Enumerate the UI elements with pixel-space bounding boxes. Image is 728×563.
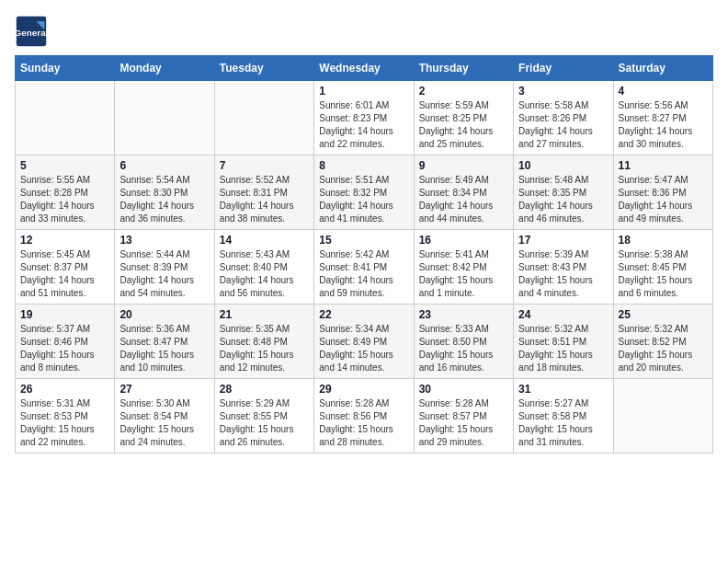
calendar-cell: 5Sunrise: 5:55 AM Sunset: 8:28 PM Daylig… xyxy=(16,155,115,230)
calendar-week-row: 5Sunrise: 5:55 AM Sunset: 8:28 PM Daylig… xyxy=(16,155,713,230)
day-info: Sunrise: 5:29 AM Sunset: 8:55 PM Dayligh… xyxy=(220,397,309,449)
day-info: Sunrise: 5:33 AM Sunset: 8:50 PM Dayligh… xyxy=(419,323,508,374)
day-info: Sunrise: 5:48 AM Sunset: 8:35 PM Dayligh… xyxy=(518,174,608,225)
day-info: Sunrise: 5:58 AM Sunset: 8:26 PM Dayligh… xyxy=(518,99,608,151)
calendar-table: SundayMondayTuesdayWednesdayThursdayFrid… xyxy=(15,55,713,454)
day-number: 25 xyxy=(619,308,708,321)
day-info: Sunrise: 5:51 AM Sunset: 8:32 PM Dayligh… xyxy=(319,174,408,225)
day-number: 4 xyxy=(619,85,708,98)
day-info: Sunrise: 5:41 AM Sunset: 8:42 PM Dayligh… xyxy=(419,248,508,300)
day-number: 26 xyxy=(20,383,109,396)
day-number: 24 xyxy=(518,308,608,321)
calendar-cell: 29Sunrise: 5:28 AM Sunset: 8:56 PM Dayli… xyxy=(314,379,414,454)
weekday-header: Sunday xyxy=(16,56,115,81)
calendar-cell: 10Sunrise: 5:48 AM Sunset: 8:35 PM Dayli… xyxy=(514,155,613,230)
day-info: Sunrise: 5:31 AM Sunset: 8:53 PM Dayligh… xyxy=(20,397,109,449)
calendar-cell: 12Sunrise: 5:45 AM Sunset: 8:37 PM Dayli… xyxy=(16,230,115,304)
day-info: Sunrise: 5:55 AM Sunset: 8:28 PM Dayligh… xyxy=(20,174,109,225)
day-number: 7 xyxy=(220,159,309,172)
calendar-cell: 23Sunrise: 5:33 AM Sunset: 8:50 PM Dayli… xyxy=(414,304,513,379)
day-number: 3 xyxy=(518,85,608,98)
day-number: 10 xyxy=(518,159,608,172)
day-number: 20 xyxy=(119,308,209,321)
calendar-cell: 31Sunrise: 5:27 AM Sunset: 8:58 PM Dayli… xyxy=(514,379,613,454)
day-number: 27 xyxy=(119,383,209,396)
day-info: Sunrise: 5:32 AM Sunset: 8:52 PM Dayligh… xyxy=(619,323,708,374)
day-info: Sunrise: 5:56 AM Sunset: 8:27 PM Dayligh… xyxy=(619,99,708,151)
logo: General xyxy=(15,15,51,48)
calendar-week-row: 12Sunrise: 5:45 AM Sunset: 8:37 PM Dayli… xyxy=(16,230,713,304)
calendar-cell: 2Sunrise: 5:59 AM Sunset: 8:25 PM Daylig… xyxy=(414,81,513,155)
calendar-week-row: 26Sunrise: 5:31 AM Sunset: 8:53 PM Dayli… xyxy=(16,379,713,454)
calendar-cell: 7Sunrise: 5:52 AM Sunset: 8:31 PM Daylig… xyxy=(214,155,313,230)
calendar-cell xyxy=(613,379,712,454)
day-info: Sunrise: 5:59 AM Sunset: 8:25 PM Dayligh… xyxy=(419,99,508,151)
day-number: 30 xyxy=(419,383,508,396)
calendar-cell: 20Sunrise: 5:36 AM Sunset: 8:47 PM Dayli… xyxy=(115,304,214,379)
calendar-week-row: 19Sunrise: 5:37 AM Sunset: 8:46 PM Dayli… xyxy=(16,304,713,379)
calendar-body: 1Sunrise: 6:01 AM Sunset: 8:23 PM Daylig… xyxy=(16,81,713,454)
day-number: 8 xyxy=(319,159,408,172)
day-number: 21 xyxy=(220,308,309,321)
day-number: 2 xyxy=(419,85,508,98)
day-info: Sunrise: 5:52 AM Sunset: 8:31 PM Dayligh… xyxy=(220,174,309,225)
calendar-cell: 30Sunrise: 5:28 AM Sunset: 8:57 PM Dayli… xyxy=(414,379,513,454)
day-info: Sunrise: 5:42 AM Sunset: 8:41 PM Dayligh… xyxy=(319,248,408,300)
calendar-cell: 16Sunrise: 5:41 AM Sunset: 8:42 PM Dayli… xyxy=(414,230,513,304)
day-number: 28 xyxy=(220,383,309,396)
calendar-cell: 19Sunrise: 5:37 AM Sunset: 8:46 PM Dayli… xyxy=(16,304,115,379)
day-number: 18 xyxy=(619,234,708,247)
day-number: 16 xyxy=(419,234,508,247)
calendar-cell: 11Sunrise: 5:47 AM Sunset: 8:36 PM Dayli… xyxy=(613,155,712,230)
day-info: Sunrise: 5:49 AM Sunset: 8:34 PM Dayligh… xyxy=(419,174,508,225)
calendar-cell: 6Sunrise: 5:54 AM Sunset: 8:30 PM Daylig… xyxy=(115,155,214,230)
day-number: 13 xyxy=(119,234,209,247)
calendar-cell: 1Sunrise: 6:01 AM Sunset: 8:23 PM Daylig… xyxy=(314,81,414,155)
day-number: 23 xyxy=(419,308,508,321)
calendar-cell: 26Sunrise: 5:31 AM Sunset: 8:53 PM Dayli… xyxy=(16,379,115,454)
calendar-cell: 25Sunrise: 5:32 AM Sunset: 8:52 PM Dayli… xyxy=(613,304,712,379)
day-info: Sunrise: 5:38 AM Sunset: 8:45 PM Dayligh… xyxy=(619,248,708,300)
calendar-cell xyxy=(214,81,313,155)
calendar-cell: 8Sunrise: 5:51 AM Sunset: 8:32 PM Daylig… xyxy=(314,155,414,230)
day-number: 5 xyxy=(20,159,109,172)
day-number: 9 xyxy=(419,159,508,172)
day-info: Sunrise: 5:44 AM Sunset: 8:39 PM Dayligh… xyxy=(119,248,209,300)
day-info: Sunrise: 5:27 AM Sunset: 8:58 PM Dayligh… xyxy=(518,397,608,449)
day-number: 11 xyxy=(619,159,708,172)
day-info: Sunrise: 5:37 AM Sunset: 8:46 PM Dayligh… xyxy=(20,323,109,374)
day-info: Sunrise: 5:34 AM Sunset: 8:49 PM Dayligh… xyxy=(319,323,408,374)
day-info: Sunrise: 5:43 AM Sunset: 8:40 PM Dayligh… xyxy=(220,248,309,300)
day-number: 6 xyxy=(119,159,209,172)
calendar-cell: 22Sunrise: 5:34 AM Sunset: 8:49 PM Dayli… xyxy=(314,304,414,379)
weekday-header: Friday xyxy=(514,56,613,81)
calendar-cell: 9Sunrise: 5:49 AM Sunset: 8:34 PM Daylig… xyxy=(414,155,513,230)
calendar-cell: 24Sunrise: 5:32 AM Sunset: 8:51 PM Dayli… xyxy=(514,304,613,379)
weekday-header: Tuesday xyxy=(214,56,313,81)
calendar-header: SundayMondayTuesdayWednesdayThursdayFrid… xyxy=(16,56,713,81)
day-info: Sunrise: 5:47 AM Sunset: 8:36 PM Dayligh… xyxy=(619,174,708,225)
calendar-cell: 18Sunrise: 5:38 AM Sunset: 8:45 PM Dayli… xyxy=(613,230,712,304)
calendar-cell: 21Sunrise: 5:35 AM Sunset: 8:48 PM Dayli… xyxy=(214,304,313,379)
calendar-cell: 15Sunrise: 5:42 AM Sunset: 8:41 PM Dayli… xyxy=(314,230,414,304)
day-number: 15 xyxy=(319,234,408,247)
calendar-cell: 28Sunrise: 5:29 AM Sunset: 8:55 PM Dayli… xyxy=(214,379,313,454)
calendar-cell xyxy=(115,81,214,155)
day-number: 17 xyxy=(518,234,608,247)
day-info: Sunrise: 5:28 AM Sunset: 8:56 PM Dayligh… xyxy=(319,397,408,449)
day-info: Sunrise: 5:54 AM Sunset: 8:30 PM Dayligh… xyxy=(119,174,209,225)
day-number: 31 xyxy=(518,383,608,396)
day-number: 22 xyxy=(319,308,408,321)
weekday-header: Thursday xyxy=(414,56,513,81)
day-info: Sunrise: 5:39 AM Sunset: 8:43 PM Dayligh… xyxy=(518,248,608,300)
logo-icon: General xyxy=(15,15,48,48)
day-number: 12 xyxy=(20,234,109,247)
page-header: General xyxy=(15,15,713,48)
calendar-cell: 3Sunrise: 5:58 AM Sunset: 8:26 PM Daylig… xyxy=(514,81,613,155)
weekday-header: Saturday xyxy=(613,56,712,81)
day-info: Sunrise: 5:45 AM Sunset: 8:37 PM Dayligh… xyxy=(20,248,109,300)
day-info: Sunrise: 5:36 AM Sunset: 8:47 PM Dayligh… xyxy=(119,323,209,374)
calendar-cell: 13Sunrise: 5:44 AM Sunset: 8:39 PM Dayli… xyxy=(115,230,214,304)
calendar-cell: 17Sunrise: 5:39 AM Sunset: 8:43 PM Dayli… xyxy=(514,230,613,304)
day-number: 19 xyxy=(20,308,109,321)
